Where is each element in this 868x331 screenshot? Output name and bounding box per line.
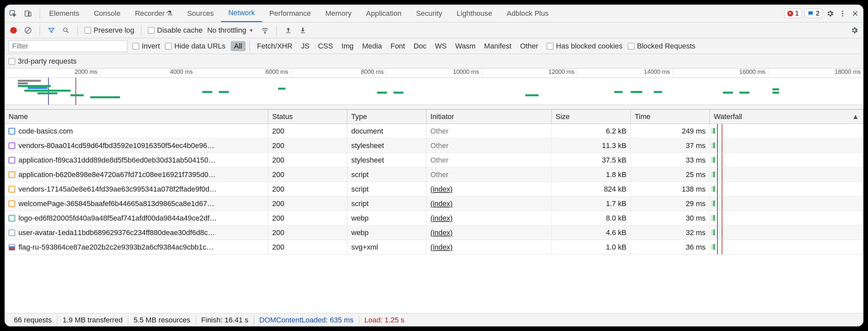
errors-count: 1 [795,9,799,17]
request-initiator[interactable]: (index) [427,197,552,211]
disable-cache-checkbox[interactable]: Disable cache [148,26,203,35]
settings-icon[interactable] [825,8,835,19]
tab-memory[interactable]: Memory [318,5,359,22]
col-name[interactable]: Name [5,110,268,124]
request-initiator[interactable]: (index) [427,240,552,254]
request-waterfall [710,153,863,167]
col-size[interactable]: Size [552,110,631,124]
timeline-overview[interactable]: 2000 ms4000 ms6000 ms8000 ms10000 ms1200… [5,68,863,105]
svg-point-4 [842,13,843,14]
hide-data-urls-checkbox[interactable]: Hide data URLs [165,42,225,51]
table-row[interactable]: application-b620e898e8e4720a67fd71c08ee1… [5,168,863,182]
record-button[interactable] [8,25,19,35]
timeline-tick: 18000 ms [768,68,864,78]
table-row[interactable]: code-basics.com200documentOther6.2 kB249… [5,124,863,139]
preserve-log-checkbox[interactable]: Preserve log [84,26,134,35]
request-type: stylesheet [347,153,427,167]
close-icon[interactable] [850,8,860,19]
file-icon [8,230,15,236]
timeline-tick: 16000 ms [673,68,768,78]
request-name: logo-ed6f820005fd40a9a48f5eaf741afdf00da… [19,214,217,222]
request-time: 37 ms [631,139,710,153]
tab-sources[interactable]: Sources [180,5,221,22]
type-filter-all[interactable]: All [231,41,245,51]
tab-performance[interactable]: Performance [262,5,318,22]
third-party-checkbox[interactable]: 3rd-party requests [8,57,77,66]
tab-recorder[interactable]: Recorder ⚗ [127,5,180,22]
request-name: welcomePage-365845baafef6b44665a813d9865… [19,200,215,208]
type-filter-ws[interactable]: WS [432,41,450,51]
type-filter-font[interactable]: Font [387,41,408,51]
type-filter-img[interactable]: Img [338,41,357,51]
svg-rect-9 [286,32,291,33]
filter-icon[interactable] [46,25,56,35]
tab-lighthouse[interactable]: Lighthouse [450,5,500,22]
messages-badge[interactable]: 2 [804,8,823,18]
request-time: 249 ms [631,124,710,138]
table-row[interactable]: logo-ed6f820005fd40a9a48f5eaf741afdf00da… [5,211,863,225]
type-filter-manifest[interactable]: Manifest [481,41,515,51]
search-icon[interactable] [61,25,71,35]
request-waterfall [710,124,863,138]
blocked-requests-checkbox[interactable]: Blocked Requests [628,42,695,51]
table-row[interactable]: vendors-80aa014cd59d64fbd3592e10916350f5… [5,139,863,153]
col-initiator[interactable]: Initiator [427,110,552,124]
type-filter-css[interactable]: CSS [315,41,336,51]
table-row[interactable]: welcomePage-365845baafef6b44665a813d9865… [5,197,863,211]
request-type: stylesheet [347,139,427,153]
timeline-tick: 12000 ms [482,68,577,78]
inspect-icon[interactable] [8,8,18,19]
timeline-tick: 8000 ms [291,68,386,78]
request-time: 25 ms [631,168,710,182]
request-initiator[interactable]: (index) [427,211,552,225]
request-initiator[interactable]: (index) [427,225,552,240]
request-waterfall [710,168,863,182]
type-filter-js[interactable]: JS [298,41,313,51]
request-time: 32 ms [631,225,710,240]
request-waterfall [710,182,863,196]
filter-input[interactable] [8,40,127,52]
timeline-tick: 6000 ms [195,68,291,78]
errors-badge[interactable]: ✕1 [784,8,802,18]
type-filter-media[interactable]: Media [359,41,385,51]
type-filter-wasm[interactable]: Wasm [452,41,479,51]
messages-count: 2 [816,9,819,17]
table-row[interactable]: flag-ru-593864ce87ae202b2c2e9393b2a6cf93… [5,240,863,254]
request-size: 1.8 kB [552,168,631,182]
tab-console[interactable]: Console [87,5,128,22]
request-name: user-avatar-1eda11bdb689629376c234ff880d… [19,229,215,237]
network-conditions-icon[interactable] [260,25,270,35]
tab-adblock-plus[interactable]: Adblock Plus [500,5,556,22]
table-row[interactable]: vendors-17145a0e8e614fd39ae63c995341a078… [5,182,863,197]
download-har-icon[interactable] [298,25,308,35]
throttling-select[interactable]: No throttling ▼ [207,26,255,35]
col-type[interactable]: Type [347,110,427,124]
request-waterfall [710,139,863,153]
status-resources: 5.5 MB resources [128,316,196,324]
device-toggle-icon[interactable] [23,8,33,19]
table-row[interactable]: user-avatar-1eda11bdb689629376c234ff880d… [5,225,863,240]
tab-network[interactable]: Network [221,5,262,22]
type-filter-other[interactable]: Other [517,41,541,51]
network-settings-icon[interactable] [849,25,860,35]
request-type: document [347,124,427,138]
request-size: 11.3 kB [552,139,631,153]
col-time[interactable]: Time [631,110,710,124]
clear-icon[interactable] [23,25,33,35]
invert-checkbox[interactable]: Invert [132,42,160,51]
col-status[interactable]: Status [268,110,347,124]
more-icon[interactable] [838,8,847,19]
request-size: 6.2 kB [552,124,631,138]
request-initiator[interactable]: (index) [427,182,552,196]
type-filter-fetchxhr[interactable]: Fetch/XHR [254,41,296,51]
tab-application[interactable]: Application [359,5,409,22]
request-waterfall [710,225,863,240]
tab-security[interactable]: Security [409,5,449,22]
table-row[interactable]: application-f89ca31ddd89de8d5f5b6ed0eb30… [5,153,863,168]
has-blocked-cookies-checkbox[interactable]: Has blocked cookies [547,42,622,51]
tab-elements[interactable]: Elements [42,5,87,22]
upload-har-icon[interactable] [283,25,293,35]
type-filter-doc[interactable]: Doc [410,41,430,51]
request-name: application-f89ca31ddd89de8d5f5b6ed0eb30… [19,156,216,164]
col-waterfall[interactable]: Waterfall▲ [710,110,863,124]
